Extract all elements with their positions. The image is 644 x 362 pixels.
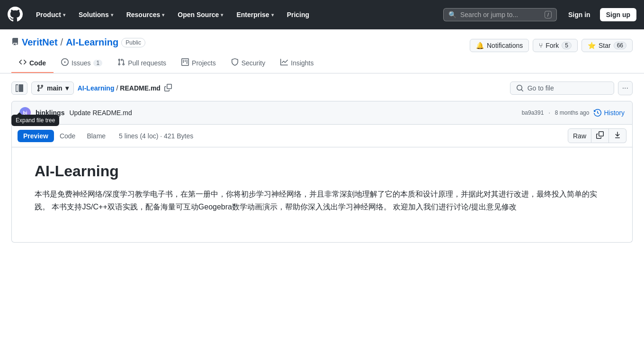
readme-body: AI-Learning 本书是免费神经网络/深度学习教学电子书，在第一册中，你将… (12, 147, 632, 242)
pr-icon (117, 58, 125, 67)
chevron-down-icon: ▾ (111, 12, 113, 18)
file-tab-code[interactable]: Code (54, 130, 81, 142)
sidebar-toggle-button[interactable] (11, 81, 27, 95)
nav-resources[interactable]: Resources ▾ (121, 7, 170, 22)
fork-count: 5 (562, 42, 572, 49)
tab-projects[interactable]: Projects (174, 54, 224, 73)
commit-row: bi binklings Update README.md ba9a391 · … (11, 101, 633, 125)
go-to-file-search[interactable]: Go to file (510, 81, 614, 95)
bell-icon: 🔔 (476, 42, 484, 49)
nav-open-source[interactable]: Open Source ▾ (172, 7, 229, 22)
commit-meta: ba9a391 · 8 months ago History (522, 109, 625, 117)
code-icon (19, 58, 27, 67)
file-tab-blame[interactable]: Blame (81, 130, 111, 142)
search-bar[interactable]: 🔍 / (443, 8, 557, 21)
file-content: Preview Code Blame 5 lines (4 loc) · 421… (11, 125, 633, 243)
repo-breadcrumb-row: VeritNet / AI-Learning Public 🔔 Notifica… (11, 37, 633, 54)
go-to-file-placeholder: Go to file (528, 84, 608, 92)
chevron-down-icon: ▾ (63, 12, 65, 18)
nav-pricing[interactable]: Pricing (281, 7, 315, 22)
commit-time: 8 months ago (555, 109, 590, 116)
nav-product[interactable]: Product ▾ (30, 7, 71, 22)
repo-icon (11, 38, 19, 47)
insights-icon (280, 58, 288, 67)
github-logo[interactable] (8, 7, 23, 23)
top-nav: Product ▾ Solutions ▾ Resources ▾ Open S… (0, 0, 644, 29)
chevron-down-icon: ▾ (221, 12, 223, 18)
visibility-badge: Public (121, 38, 145, 47)
chevron-down-icon: ▾ (65, 84, 69, 92)
kbd-shortcut: / (545, 11, 552, 18)
copy-path-button[interactable] (162, 83, 174, 94)
nav-enterprise[interactable]: Enterprise ▾ (231, 7, 279, 22)
chevron-down-icon: ▾ (162, 12, 164, 18)
star-button[interactable]: ⭐ Star 66 (581, 39, 633, 52)
file-actions: Raw (568, 128, 626, 143)
file-breadcrumb: AI-Learning / README.md (78, 83, 506, 94)
tooltip-expand-file-tree: Expand file tree (11, 115, 59, 126)
fork-icon: ⑂ (539, 42, 543, 49)
repo-tabs: Code Issues 1 Pull requests (11, 54, 633, 73)
file-tabs-bar: Preview Code Blame 5 lines (4 loc) · 421… (12, 125, 632, 147)
fork-button[interactable]: ⑂ Fork 5 (533, 39, 578, 52)
commit-separator: · (548, 109, 550, 116)
repo-owner-link[interactable]: VeritNet (22, 37, 58, 48)
repo-actions: 🔔 Notifications ⑂ Fork 5 ⭐ Star 66 (470, 39, 633, 52)
issues-icon (61, 58, 69, 67)
commit-hash[interactable]: ba9a391 (522, 109, 544, 116)
file-path-current: README.md (120, 84, 161, 92)
repo-header: VeritNet / AI-Learning Public 🔔 Notifica… (0, 29, 644, 73)
tab-pull-requests[interactable]: Pull requests (110, 54, 174, 73)
file-path-bar: main ▾ AI-Learning / README.md Go to fil… (11, 81, 633, 95)
branch-selector[interactable]: main ▾ (31, 81, 74, 95)
tab-insights[interactable]: Insights (273, 54, 321, 73)
file-path-repo-link[interactable]: AI-Learning (78, 84, 115, 92)
more-options-button[interactable]: ··· (618, 81, 633, 95)
star-count: 66 (614, 42, 626, 49)
readme-text: 本书是免费神经网络/深度学习教学电子书，在第一册中，你将初步学习神经网络，并且非… (35, 188, 609, 213)
nav-actions: Sign in Sign up (564, 8, 636, 21)
security-icon (231, 58, 239, 67)
nav-solutions[interactable]: Solutions ▾ (73, 7, 119, 22)
file-tab-preview[interactable]: Preview (18, 130, 54, 142)
tab-code[interactable]: Code (11, 54, 54, 73)
commit-message: Update README.md (69, 109, 517, 117)
download-button[interactable] (609, 128, 626, 143)
issues-badge: 1 (93, 60, 102, 66)
search-input[interactable] (460, 11, 541, 18)
file-meta: 5 lines (4 loc) · 421 Bytes (119, 132, 193, 140)
search-icon: 🔍 (448, 11, 456, 18)
projects-icon (181, 58, 189, 67)
readme-title: AI-Learning (35, 163, 609, 180)
breadcrumb: VeritNet / AI-Learning Public (11, 37, 145, 48)
signin-button[interactable]: Sign in (564, 9, 594, 21)
path-separator: / (116, 84, 118, 92)
nav-links: Product ▾ Solutions ▾ Resources ▾ Open S… (30, 7, 443, 22)
repo-separator: / (61, 37, 63, 48)
chevron-down-icon: ▾ (271, 12, 274, 18)
copy-raw-button[interactable] (591, 128, 609, 143)
raw-button[interactable]: Raw (568, 128, 591, 143)
file-area: main ▾ AI-Learning / README.md Go to fil… (0, 73, 644, 250)
notifications-button[interactable]: 🔔 Notifications (470, 39, 529, 52)
star-icon: ⭐ (588, 42, 596, 49)
repo-name-link[interactable]: AI-Learning (66, 37, 118, 48)
tab-security[interactable]: Security (224, 54, 273, 73)
history-button[interactable]: History (594, 109, 625, 117)
signup-button[interactable]: Sign up (600, 8, 636, 21)
tab-issues[interactable]: Issues 1 (54, 54, 110, 73)
